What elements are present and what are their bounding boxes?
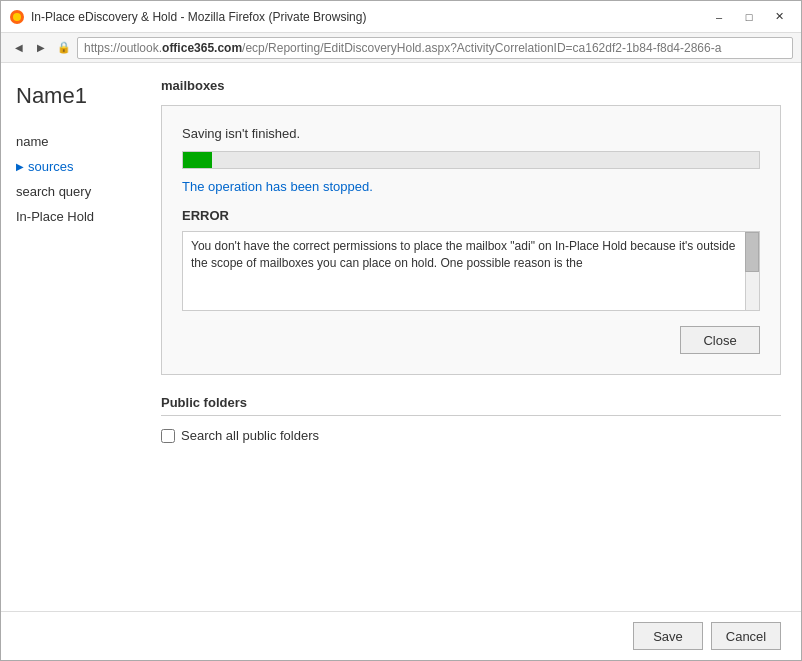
error-scroll-wrapper: You don't have the correct permissions t… — [182, 231, 760, 311]
sidebar-item-inplace-hold[interactable]: In-Place Hold — [1, 204, 141, 229]
sidebar-item-sources[interactable]: ▶ sources — [1, 154, 141, 179]
public-folders-section: Public folders Search all public folders — [161, 395, 781, 443]
search-all-public-folders-label: Search all public folders — [181, 428, 319, 443]
firefox-icon — [9, 9, 25, 25]
page-title: Name1 — [1, 83, 141, 129]
search-all-public-folders-checkbox[interactable] — [161, 429, 175, 443]
search-all-public-folders-row: Search all public folders — [161, 428, 781, 443]
sidebar: Name1 name ▶ sources search query In-Pla… — [1, 63, 141, 611]
footer: Save Cancel — [1, 611, 801, 660]
svg-point-1 — [13, 13, 21, 21]
active-arrow-icon: ▶ — [16, 161, 24, 172]
window-controls: – □ ✕ — [705, 6, 793, 28]
security-lock-icon: 🔒 — [57, 41, 71, 54]
scrollbar-thumb[interactable] — [745, 232, 759, 272]
close-dialog-button[interactable]: Close — [680, 326, 760, 354]
address-bar: ◀ ▶ 🔒 https://outlook.office365.com/ecp/… — [1, 33, 801, 63]
saving-dialog: Saving isn't finished. The operation has… — [161, 105, 781, 375]
save-button[interactable]: Save — [633, 622, 703, 650]
back-button[interactable]: ◀ — [9, 38, 29, 58]
forward-button[interactable]: ▶ — [31, 38, 51, 58]
nav-buttons: ◀ ▶ — [9, 38, 51, 58]
saving-status-text: Saving isn't finished. — [182, 126, 760, 141]
url-suffix: /ecp/Reporting/EditDiscoveryHold.aspx?Ac… — [242, 41, 721, 55]
title-bar: In-Place eDiscovery & Hold - Mozilla Fir… — [1, 1, 801, 33]
error-section: ERROR You don't have the correct permiss… — [182, 208, 760, 311]
right-panel: mailboxes Saving isn't finished. The ope… — [141, 63, 801, 611]
scrollbar-track — [745, 232, 759, 310]
main-content: Name1 name ▶ sources search query In-Pla… — [1, 63, 801, 611]
sidebar-item-search-query[interactable]: search query — [1, 179, 141, 204]
maximize-button[interactable]: □ — [735, 6, 763, 28]
error-header-label: ERROR — [182, 208, 760, 223]
sidebar-item-inplace-hold-label: In-Place Hold — [16, 209, 94, 224]
error-message-text[interactable]: You don't have the correct permissions t… — [182, 231, 760, 311]
sidebar-item-sources-label: sources — [28, 159, 74, 174]
address-input[interactable]: https://outlook.office365.com/ecp/Report… — [77, 37, 793, 59]
minimize-button[interactable]: – — [705, 6, 733, 28]
cancel-button[interactable]: Cancel — [711, 622, 781, 650]
public-folders-title: Public folders — [161, 395, 781, 416]
mailboxes-section-title: mailboxes — [161, 78, 781, 93]
sidebar-item-name-label: name — [16, 134, 49, 149]
url-domain: office365.com — [162, 41, 242, 55]
sidebar-item-name[interactable]: name — [1, 129, 141, 154]
progress-bar-fill — [183, 152, 212, 168]
progress-bar-container — [182, 151, 760, 169]
dialog-footer: Close — [182, 326, 760, 354]
window-title: In-Place eDiscovery & Hold - Mozilla Fir… — [31, 10, 705, 24]
url-prefix: https://outlook. — [84, 41, 162, 55]
window-close-button[interactable]: ✕ — [765, 6, 793, 28]
operation-stopped-text: The operation has been stopped. — [182, 179, 760, 194]
sidebar-item-search-query-label: search query — [16, 184, 91, 199]
browser-window: In-Place eDiscovery & Hold - Mozilla Fir… — [0, 0, 802, 661]
